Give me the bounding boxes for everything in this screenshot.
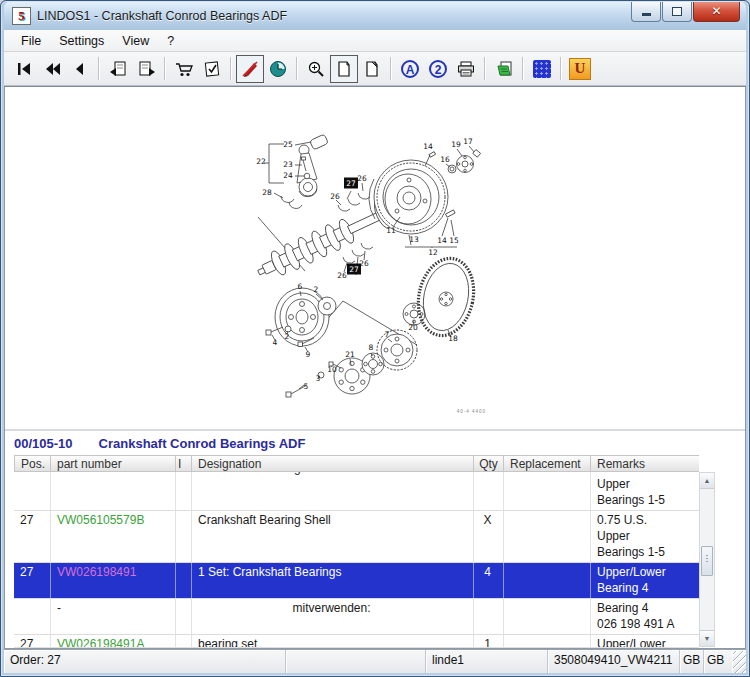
page-forward-button[interactable] xyxy=(132,55,160,83)
menu-file[interactable]: File xyxy=(12,32,50,50)
restore-button[interactable] xyxy=(662,2,692,22)
nav-prev-button[interactable] xyxy=(66,55,94,83)
scroll-down-button[interactable]: ▼ xyxy=(700,630,714,646)
toolbar-separator xyxy=(98,57,100,80)
table-cell: 0.5 U.S.UpperBearings 1-5 xyxy=(591,472,699,510)
menu-help[interactable]: ? xyxy=(158,32,183,50)
part-callout-label[interactable]: 2 xyxy=(314,285,319,294)
nav-first-icon xyxy=(15,60,33,78)
title-bar[interactable]: 5 LINDOS1 - Crankshaft Conrod Bearings A… xyxy=(4,2,746,30)
page-back-button[interactable] xyxy=(104,55,132,83)
part-callout-label[interactable]: 26 xyxy=(337,271,347,280)
part-callout-label[interactable]: 25 xyxy=(283,140,293,149)
history-clock-icon xyxy=(269,60,287,78)
col-header-pos[interactable]: Pos. xyxy=(14,455,51,472)
menu-settings[interactable]: Settings xyxy=(50,32,113,50)
part-callout-label[interactable]: 16 xyxy=(440,155,450,164)
part-callout-label[interactable]: 4 xyxy=(273,338,278,347)
menu-bar: File Settings View ? xyxy=(4,30,746,52)
table-cell: - xyxy=(51,599,176,634)
circled-2-icon: 2 xyxy=(429,60,447,78)
part-callout-label[interactable]: 10 xyxy=(327,365,337,374)
part-callout-label[interactable]: 26 xyxy=(357,174,367,183)
status-order: Order: 27 xyxy=(4,650,286,673)
part-callout-label[interactable]: 24 xyxy=(283,171,293,180)
diagram-panel[interactable]: 40-4 4400 252223242826272614161917111314… xyxy=(5,87,745,431)
table-row[interactable]: 27VW026198491Abearing set1Upper/Lower xyxy=(14,635,699,648)
part-callout-label[interactable]: 8 xyxy=(369,343,374,352)
nav-prev-fast-icon xyxy=(43,60,61,78)
part-callout-label[interactable]: 23 xyxy=(283,160,293,169)
col-header-remarks[interactable]: Remarks xyxy=(591,455,699,472)
part-callout-label[interactable]: 19 xyxy=(451,140,461,149)
table-row[interactable]: 27VW056105579ACrankshaft Bearing ShellX0… xyxy=(14,472,699,511)
scroll-up-button[interactable]: ▲ xyxy=(700,473,714,489)
info-2-button[interactable]: 2 xyxy=(424,55,452,83)
part-callout-label[interactable]: 27 xyxy=(349,265,359,274)
gear-group xyxy=(362,303,425,375)
part-callout-label[interactable]: 11 xyxy=(386,226,396,235)
close-button[interactable]: ✕ xyxy=(693,2,740,22)
print-button[interactable] xyxy=(452,55,480,83)
cart-button[interactable] xyxy=(170,55,198,83)
table-row[interactable]: 27VW0261984911 Set: Crankshaft Bearings4… xyxy=(14,563,699,599)
table-cell xyxy=(176,511,192,562)
zoom-button[interactable] xyxy=(302,55,330,83)
green-notes-icon xyxy=(495,60,514,78)
col-header-i[interactable]: I xyxy=(176,455,192,472)
table-row[interactable]: -mitverwenden:Bearing 4026 198 491 A xyxy=(14,599,699,635)
part-callout-label[interactable]: 6 xyxy=(298,282,303,291)
part-callout-label[interactable]: 14 xyxy=(423,142,433,151)
scroll-thumb[interactable] xyxy=(701,546,713,576)
part-callout-label[interactable]: 2 xyxy=(285,332,290,341)
part-callout-label[interactable]: 26 xyxy=(330,192,340,201)
table-cell: 1 Set: Crankshaft Bearings xyxy=(192,563,474,598)
notes-button[interactable] xyxy=(490,55,518,83)
col-header-replacement[interactable]: Replacement xyxy=(504,455,591,472)
menu-view[interactable]: View xyxy=(113,32,158,50)
selection-button[interactable] xyxy=(528,55,556,83)
part-callout-label[interactable]: 22 xyxy=(256,157,266,166)
table-cell xyxy=(474,599,504,634)
page-view-button[interactable] xyxy=(330,55,358,83)
info-a-button[interactable]: A xyxy=(396,55,424,83)
table-cell: 27 xyxy=(14,563,51,598)
ring-gear-group xyxy=(411,253,480,341)
part-callout-label[interactable]: 15 xyxy=(449,236,459,245)
page-forward-icon xyxy=(137,60,156,78)
col-header-qty[interactable]: Qty xyxy=(474,455,504,472)
marker-pen-icon xyxy=(241,60,259,78)
part-callout-label[interactable]: 7 xyxy=(385,330,390,339)
part-callout-label[interactable]: 14 xyxy=(437,236,447,245)
order-list-button[interactable] xyxy=(198,55,226,83)
marker-pen-button[interactable] xyxy=(236,55,264,83)
toolbar-separator xyxy=(230,57,232,80)
part-callout-label[interactable]: 5 xyxy=(304,382,309,391)
part-callout-label[interactable]: 20 xyxy=(408,323,418,332)
window-controls: ✕ xyxy=(630,2,740,22)
nav-prev-fast-button[interactable] xyxy=(38,55,66,83)
part-callout-label[interactable]: 27 xyxy=(346,179,356,188)
part-callout-label[interactable]: 13 xyxy=(409,235,419,244)
resize-grip[interactable] xyxy=(732,650,746,673)
part-callout-label[interactable]: 28 xyxy=(262,188,272,197)
part-callout-label[interactable]: 9 xyxy=(306,350,311,359)
vertical-scrollbar[interactable]: ▲ ▼ xyxy=(699,472,715,647)
usage-button[interactable]: U xyxy=(566,55,594,83)
part-callout-label[interactable]: 18 xyxy=(448,334,458,343)
col-header-part-number[interactable]: part number xyxy=(51,455,176,472)
history-clock-button[interactable] xyxy=(264,55,292,83)
col-header-designation[interactable]: Designation xyxy=(192,455,474,472)
minimize-button[interactable] xyxy=(631,2,661,22)
part-callout-label[interactable]: 17 xyxy=(463,137,473,146)
part-callout-label[interactable]: 3 xyxy=(316,374,321,383)
part-callout-label[interactable]: 21 xyxy=(345,350,355,359)
parts-grid: Pos. part number I Designation Qty Repla… xyxy=(14,455,715,648)
part-callout-label[interactable]: 26 xyxy=(359,259,369,268)
table-cell xyxy=(176,563,192,598)
toolbar-separator xyxy=(296,57,298,80)
page-new-button[interactable] xyxy=(358,55,386,83)
nav-first-button[interactable] xyxy=(10,55,38,83)
table-row[interactable]: 27VW056105579BCrankshaft Bearing ShellX0… xyxy=(14,511,699,563)
part-callout-label[interactable]: 12 xyxy=(428,248,438,257)
